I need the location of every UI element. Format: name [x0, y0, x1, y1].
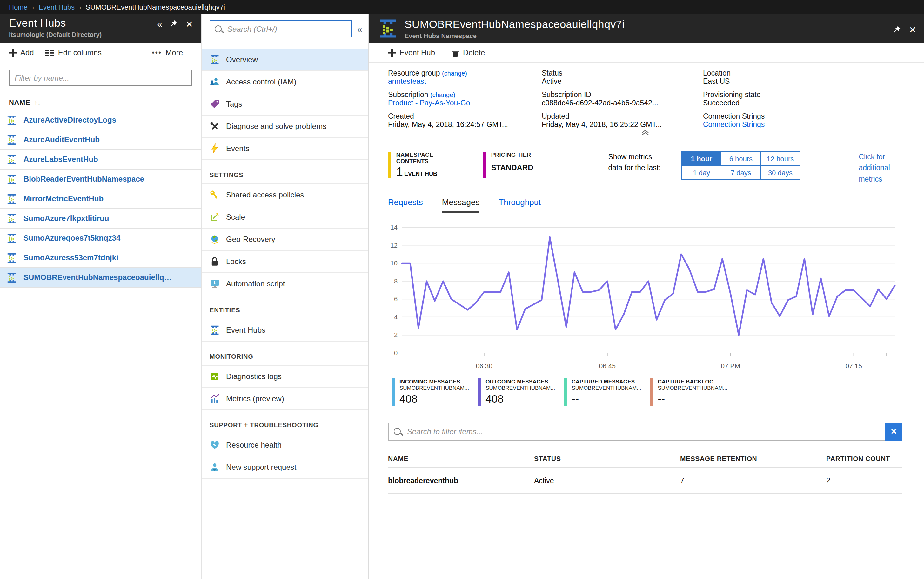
access-control-icon: [209, 77, 220, 87]
add-event-hub-button[interactable]: Event Hub: [388, 48, 435, 57]
table-row[interactable]: blobreadereventhub Active 7 2: [388, 467, 903, 494]
pricing-tier-accent: [483, 152, 486, 178]
event-hubs-list-panel: Event Hubs itsumologic (Default Director…: [0, 14, 202, 579]
tab-throughput[interactable]: Throughput: [499, 198, 541, 213]
change-subscription-link[interactable]: (change): [430, 92, 455, 98]
left-panel-subtitle: itsumologic (Default Directory): [9, 31, 157, 38]
event-hub-icon: [7, 134, 17, 145]
collapse-blade-icon[interactable]: «: [157, 20, 162, 29]
essentials: Resource group (change) armtesteast Stat…: [369, 63, 924, 140]
namespace-title: SUMOBREventHubNamespaceoauiellqhqv7i: [404, 18, 887, 31]
add-button[interactable]: Add: [9, 48, 34, 57]
resource-menu-searchbox[interactable]: [209, 20, 352, 38]
namespace-row[interactable]: BlobReaderEventHubNamespace: [0, 169, 201, 188]
name-column-header[interactable]: NAME ↑↓: [0, 88, 201, 110]
clear-filter-button[interactable]: ✕: [885, 423, 903, 441]
connection-strings-link[interactable]: Connection Strings: [703, 121, 903, 128]
nav-item-locks[interactable]: Locks: [202, 250, 368, 272]
key-icon: [209, 190, 220, 200]
pin-blade-icon[interactable]: [170, 20, 178, 28]
event-hubs-icon: [209, 325, 220, 335]
range-1-hour[interactable]: 1 hour: [681, 151, 721, 166]
diagnostics-logs-icon: [209, 371, 220, 381]
connection-strings-label: Connection Strings: [703, 112, 903, 120]
edit-columns-button[interactable]: Edit columns: [46, 48, 101, 57]
breadcrumb-event-hubs[interactable]: Event Hubs: [38, 3, 75, 11]
filter-by-name-input[interactable]: [9, 70, 192, 86]
additional-metrics-link[interactable]: Click for additional metrics: [859, 152, 903, 185]
nav-item-diagnose[interactable]: Diagnose and solve problems: [202, 115, 368, 137]
items-filter-input[interactable]: [406, 427, 880, 437]
change-resource-group-link[interactable]: (change): [442, 70, 467, 77]
status-value: Active: [542, 77, 694, 85]
subscription-id-label: Subscription ID: [542, 91, 694, 98]
nav-item-events[interactable]: Events: [202, 137, 368, 160]
legend-captured-messages[interactable]: CAPTURED MESSAGES... SUMOBREVENTHUBNAM..…: [564, 378, 641, 406]
namespace-row[interactable]: SumoAzureqoes7t5knqz34: [0, 228, 201, 248]
resource-group-label: Resource group: [388, 69, 440, 77]
sort-arrows-icon: ↑↓: [34, 99, 41, 106]
legend-color-bar: [650, 378, 653, 406]
legend-outgoing-messages[interactable]: OUTGOING MESSAGES... SUMOBREVENTHUBNAM..…: [478, 378, 555, 406]
namespace-row[interactable]: MirrorMetricEventHub: [0, 188, 201, 208]
namespace-row[interactable]: SumoAzure7lkpxtlitiruu: [0, 208, 201, 228]
range-7-days[interactable]: 7 days: [721, 165, 761, 180]
namespace-row-selected[interactable]: SUMOBREventHubNamespaceoauiellq…: [0, 267, 201, 288]
namespace-row[interactable]: AzureAuditEventHub: [0, 129, 201, 149]
azure-portal: Home › Event Hubs › SUMOBREventHubNamesp…: [0, 0, 924, 579]
event-hubs-blade-header: Event Hubs itsumologic (Default Director…: [0, 14, 201, 43]
range-12-hours[interactable]: 12 hours: [760, 151, 800, 166]
provisioning-state-value: Succeeded: [703, 99, 903, 107]
pin-blade-icon[interactable]: [893, 25, 901, 34]
cell-name[interactable]: blobreadereventhub: [388, 468, 534, 493]
namespace-subtitle: Event Hubs Namespace: [404, 32, 887, 39]
nav-item-automation-script[interactable]: Automation script: [202, 272, 368, 295]
delete-button[interactable]: Delete: [451, 48, 485, 57]
breadcrumb-home[interactable]: Home: [9, 3, 28, 11]
range-30-days[interactable]: 30 days: [760, 165, 800, 180]
support-request-icon: [209, 462, 220, 472]
subscription-value[interactable]: Product - Pay-As-You-Go: [388, 99, 533, 107]
svg-text:06:30: 06:30: [476, 362, 492, 370]
resource-group-value[interactable]: armtesteast: [388, 77, 533, 85]
namespace-row[interactable]: SumoAzuress53em7tdnjki: [0, 248, 201, 267]
event-hub-icon: [7, 173, 17, 185]
nav-item-diagnostics-logs[interactable]: Diagnostics logs: [202, 365, 368, 387]
nav-item-access-control[interactable]: Access control (IAM): [202, 70, 368, 93]
items-filter-bar: ✕: [388, 423, 903, 441]
tab-requests[interactable]: Requests: [388, 198, 423, 213]
event-hubs-table: NAME STATUS MESSAGE RETENTION PARTITION …: [388, 450, 903, 494]
close-blade-icon[interactable]: ✕: [909, 25, 916, 34]
legend-incoming-messages[interactable]: INCOMING MESSAGES... SUMOBREVENTHUBNAM..…: [392, 378, 469, 406]
range-1-day[interactable]: 1 day: [681, 165, 721, 180]
nav-item-shared-access-policies[interactable]: Shared access policies: [202, 183, 368, 206]
nav-item-scale[interactable]: Scale: [202, 206, 368, 228]
nav-item-geo-recovery[interactable]: Geo-Recovery: [202, 228, 368, 250]
nav-item-overview[interactable]: Overview: [202, 49, 368, 70]
tab-messages[interactable]: Messages: [442, 198, 480, 213]
messages-chart: 0246810121406:3006:4507 PM07:15: [369, 213, 924, 376]
namespace-row[interactable]: AzureLabsEventHub: [0, 149, 201, 169]
trash-icon: [451, 49, 459, 57]
collapse-menu-icon[interactable]: «: [357, 24, 362, 34]
nav-item-tags[interactable]: Tags: [202, 93, 368, 115]
range-6-hours[interactable]: 6 hours: [721, 151, 761, 166]
event-hub-icon: [7, 154, 17, 165]
namespace-row[interactable]: AzureActiveDirectoyLogs: [0, 110, 201, 129]
resource-menu-search-input[interactable]: [226, 24, 347, 34]
more-button[interactable]: ••• More: [152, 48, 192, 57]
legend-capture-backlog[interactable]: CAPTURE BACKLOG. ... SUMOBREVENTHUBNAM..…: [650, 378, 727, 406]
plus-icon: [388, 49, 396, 57]
metrics-strip: NAMESPACE CONTENTS 1EVENT HUB PRICING TI…: [369, 140, 924, 185]
nav-item-new-support-request[interactable]: New support request: [202, 456, 368, 479]
collapse-essentials-chevron[interactable]: [388, 128, 903, 138]
automation-script-icon: [209, 279, 220, 289]
close-blade-icon[interactable]: ✕: [186, 20, 193, 29]
nav-item-resource-health[interactable]: Resource health: [202, 433, 368, 456]
items-filter-box[interactable]: [388, 423, 885, 441]
nav-item-event-hubs[interactable]: Event Hubs: [202, 319, 368, 342]
legend-color-bar: [392, 378, 395, 406]
command-bar: Event Hub Delete: [369, 43, 924, 63]
line-chart-svg: 0246810121406:3006:4507 PM07:15: [386, 221, 899, 373]
nav-item-metrics-preview[interactable]: Metrics (preview): [202, 387, 368, 410]
